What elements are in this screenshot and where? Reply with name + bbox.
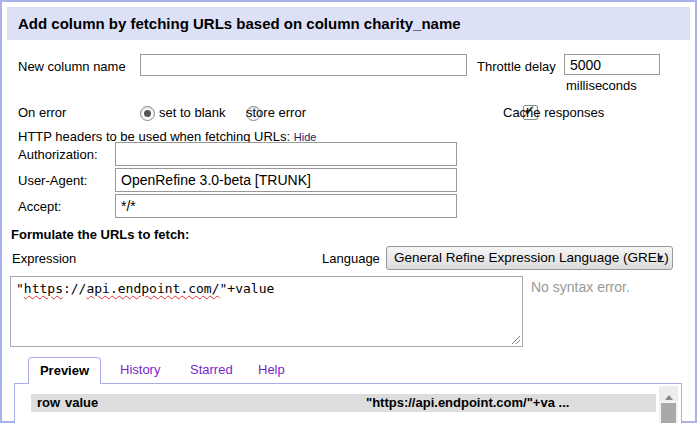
throttle-delay-label: Throttle delay [477, 59, 556, 75]
preview-panel: row value "https://api.endpoint.com/"+va… [14, 383, 682, 423]
expression-label: Expression [12, 251, 76, 267]
formulate-heading: Formulate the URLs to fetch: [11, 227, 189, 242]
expression-text: :// [63, 281, 86, 296]
column-header-row[interactable]: row [37, 394, 60, 412]
tab-starred[interactable]: Starred [190, 362, 233, 377]
on-error-label: On error [18, 105, 66, 121]
tab-history[interactable]: History [120, 362, 160, 377]
expression-text: https [24, 281, 63, 296]
tab-preview[interactable]: Preview [28, 357, 101, 384]
language-select[interactable]: General Refine Expression Language (GREL… [386, 246, 673, 270]
column-header-expression[interactable]: "https://api.endpoint.com/"+va ... [366, 394, 569, 412]
header-row-label: Authorization: [18, 147, 98, 163]
throttle-unit-label: milliseconds [566, 78, 637, 94]
resize-handle-icon[interactable] [511, 335, 521, 345]
new-column-name-input[interactable] [140, 54, 467, 76]
expression-text: " [16, 281, 24, 296]
scrollbar-thumb[interactable] [661, 403, 676, 423]
accept-input[interactable] [115, 194, 457, 218]
on-error-option-label[interactable]: set to blank [159, 105, 226, 121]
header-row-label: User-Agent: [18, 173, 87, 189]
expression-textarea[interactable]: "https://api.endpoint.com/"+value [10, 276, 523, 347]
language-label: Language [322, 251, 380, 267]
dialog-title: Add column by fetching URLs based on col… [7, 7, 690, 40]
authorization-input[interactable] [115, 142, 457, 166]
cache-responses-label[interactable]: Cache responses [503, 105, 604, 121]
scroll-up-button[interactable] [659, 386, 678, 401]
chevron-down-icon: ▼ [656, 247, 665, 270]
expression-text: api.endpoint.com/ [86, 281, 219, 296]
expression-text: "+value [220, 281, 275, 296]
scrollbar[interactable] [659, 386, 678, 423]
column-header-value[interactable]: value [65, 394, 98, 412]
throttle-delay-input[interactable] [564, 54, 660, 75]
on-error-radio-set-to-blank[interactable] [140, 106, 155, 121]
syntax-status: No syntax error. [531, 279, 630, 295]
tab-help[interactable]: Help [258, 362, 285, 377]
preview-table-header: row value "https://api.endpoint.com/"+va… [31, 394, 656, 412]
user-agent-input[interactable] [115, 168, 457, 192]
header-row-label: Accept: [18, 199, 61, 215]
add-column-fetch-urls-dialog: Add column by fetching URLs based on col… [0, 0, 697, 423]
language-selected-value: General Refine Expression Language (GREL… [394, 250, 669, 265]
scroll-up-icon [665, 395, 673, 400]
on-error-option-label[interactable]: store error [246, 105, 306, 121]
new-column-name-label: New column name [18, 59, 126, 75]
